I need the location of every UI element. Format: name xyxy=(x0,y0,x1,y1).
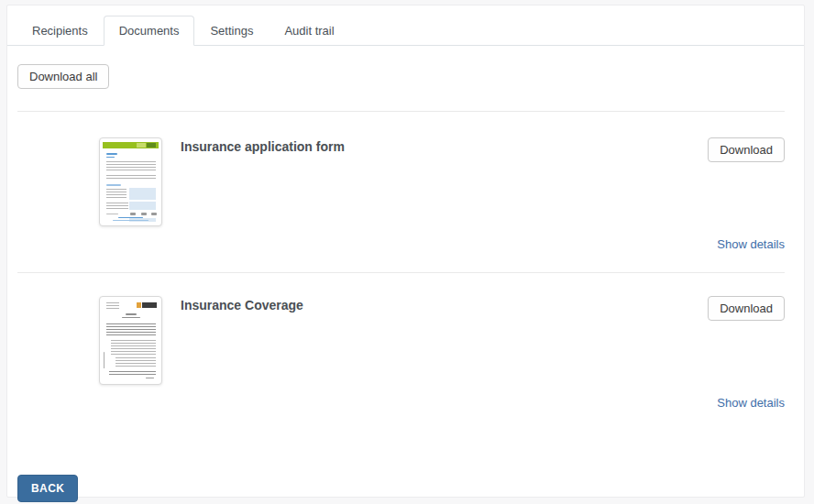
document-thumbnail-insurance-coverage xyxy=(99,296,162,385)
tab-recipients[interactable]: Recipients xyxy=(16,16,104,46)
document-row-insurance-application-form: Insurance application form Download Show… xyxy=(17,112,785,272)
tab-content: Download all xyxy=(7,64,804,502)
tab-bar: Recipients Documents Settings Audit trai… xyxy=(7,5,804,46)
thumbnail-logo xyxy=(142,302,157,308)
back-button[interactable]: BACK xyxy=(17,475,78,502)
show-details-link-insurance-application-form[interactable]: Show details xyxy=(717,237,785,251)
download-all-button[interactable]: Download all xyxy=(17,64,109,89)
tab-audit-trail[interactable]: Audit trail xyxy=(269,16,349,46)
document-thumbnail-insurance-application-form xyxy=(99,137,162,226)
thumbnail-logo-accent xyxy=(137,302,141,308)
tab-documents[interactable]: Documents xyxy=(104,16,195,46)
document-row-insurance-coverage: Insurance Coverage Download Show details xyxy=(17,273,785,422)
documents-panel: Recipients Documents Settings Audit trai… xyxy=(6,5,805,498)
document-title: Insurance application form xyxy=(162,137,708,154)
show-details-link-insurance-coverage[interactable]: Show details xyxy=(717,396,785,410)
thumbnail-green-header-band xyxy=(103,142,159,148)
download-button-insurance-application-form[interactable]: Download xyxy=(708,137,785,162)
download-button-insurance-coverage[interactable]: Download xyxy=(708,296,785,321)
document-title: Insurance Coverage xyxy=(162,296,708,312)
tab-settings[interactable]: Settings xyxy=(194,16,269,46)
